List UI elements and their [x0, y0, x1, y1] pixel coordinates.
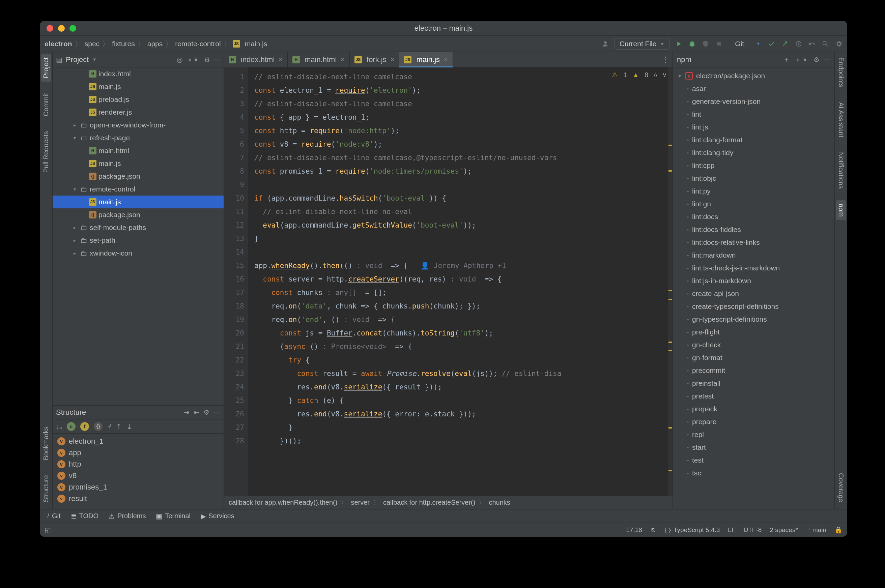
- editor-tab[interactable]: JSfork.js×: [350, 52, 399, 67]
- gear-icon[interactable]: ⚙: [813, 56, 820, 64]
- search-everywhere-button[interactable]: [821, 39, 830, 48]
- editor-tab[interactable]: Hindex.html×: [224, 52, 288, 67]
- tree-row[interactable]: JSmain.js: [53, 80, 224, 93]
- structure-item[interactable]: vapp: [57, 447, 219, 459]
- npm-script-item[interactable]: ◦generate-version-json: [673, 95, 834, 108]
- tree-row[interactable]: ▾🗀refresh-page: [53, 132, 224, 144]
- npm-script-item[interactable]: ◦lint:clang-format: [673, 134, 834, 146]
- coverage-button[interactable]: [701, 39, 710, 48]
- tree-row[interactable]: {}package.json: [53, 208, 224, 221]
- npm-script-item[interactable]: ◦repl: [673, 428, 834, 441]
- tab-ai-assistant[interactable]: AI Assistant: [836, 99, 846, 141]
- npm-script-item[interactable]: ◦tsc: [673, 466, 834, 479]
- npm-script-item[interactable]: ◦prepare: [673, 416, 834, 428]
- npm-script-item[interactable]: ◦lint:clang-tidy: [673, 146, 834, 159]
- gear-icon[interactable]: ⚙: [203, 408, 209, 416]
- tab-npm[interactable]: npm: [836, 200, 846, 220]
- minimize-window-button[interactable]: [58, 25, 65, 32]
- debug-button[interactable]: [688, 39, 696, 48]
- crumb-fixtures[interactable]: fixtures: [111, 40, 135, 48]
- npm-script-item[interactable]: ◦create-typescript-definitions: [673, 300, 834, 313]
- expand-all-icon[interactable]: ⇥: [186, 56, 192, 64]
- tree-row[interactable]: JSrenderer.js: [53, 106, 224, 118]
- git-branch[interactable]: ⑂main: [806, 526, 826, 534]
- caret-position[interactable]: 17:18: [626, 526, 643, 534]
- npm-script-item[interactable]: ◦lint:js: [673, 121, 834, 134]
- npm-script-item[interactable]: ◦start: [673, 441, 834, 454]
- npm-scripts-tree[interactable]: ▼ n electron/package.json ◦asar◦generate…: [673, 68, 834, 509]
- npm-script-item[interactable]: ◦lint: [673, 108, 834, 121]
- tree-row[interactable]: JSmain.js: [53, 157, 224, 170]
- filter-class-icon[interactable]: c: [67, 422, 75, 431]
- npm-script-item[interactable]: ◦gn-check: [673, 339, 834, 351]
- error-stripe[interactable]: [668, 68, 673, 496]
- npm-script-item[interactable]: ◦lint:js-in-markdown: [673, 274, 834, 287]
- tw-terminal[interactable]: ▣Terminal: [156, 512, 191, 520]
- npm-script-item[interactable]: ◦test: [673, 454, 834, 466]
- code-breadcrumbs[interactable]: callback for app.whenReady().then() 〉 se…: [224, 496, 673, 509]
- tab-notifications[interactable]: Notifications: [836, 148, 846, 192]
- tab-structure[interactable]: Structure: [41, 472, 51, 506]
- npm-script-item[interactable]: ◦lint:objc: [673, 172, 834, 185]
- stop-button[interactable]: [715, 39, 723, 48]
- structure-item[interactable]: vpromises_1: [57, 482, 219, 493]
- code-crumb[interactable]: server: [351, 499, 370, 506]
- npm-script-item[interactable]: ◦pre-flight: [673, 326, 834, 339]
- structure-list[interactable]: velectron_1vappvhttpvv8vpromises_1vresul…: [53, 434, 224, 509]
- code-content[interactable]: // eslint-disable-next-line camelcase co…: [248, 68, 673, 496]
- expand-all-icon[interactable]: ⇥: [184, 408, 189, 416]
- tw-todo[interactable]: ≣TODO: [71, 512, 99, 520]
- prev-highlight-button[interactable]: ᐱ: [654, 72, 657, 78]
- structure-item[interactable]: vresult: [57, 493, 219, 504]
- tree-row[interactable]: ▸🗀self-module-paths: [53, 221, 224, 234]
- npm-script-item[interactable]: ◦lint:docs-relative-links: [673, 236, 834, 249]
- expand-all-icon[interactable]: ⇥: [794, 56, 800, 64]
- npm-script-item[interactable]: ◦lint:docs-fiddles: [673, 223, 834, 236]
- npm-script-item[interactable]: ◦prepack: [673, 403, 834, 416]
- close-tab-button[interactable]: ×: [391, 56, 395, 63]
- tree-row[interactable]: {}package.json: [53, 170, 224, 183]
- hide-icon[interactable]: —: [823, 56, 830, 63]
- settings-button[interactable]: [834, 39, 843, 48]
- tree-row[interactable]: Hindex.html: [53, 68, 224, 80]
- run-button[interactable]: [674, 39, 683, 48]
- code-crumb[interactable]: callback for http.createServer(): [383, 499, 475, 506]
- tw-git[interactable]: ⑂Git: [45, 512, 61, 520]
- autoscroll-from-icon[interactable]: ⤓: [126, 423, 132, 430]
- add-icon[interactable]: ＋: [783, 55, 790, 64]
- git-update-button[interactable]: [753, 39, 762, 48]
- tw-problems[interactable]: ⚠Problems: [108, 512, 146, 520]
- indent-settings[interactable]: 2 spaces*: [770, 526, 798, 534]
- tree-row[interactable]: ▸🗀open-new-window-from-: [53, 118, 224, 132]
- code-crumb[interactable]: chunks: [489, 499, 510, 506]
- history-button[interactable]: [794, 39, 803, 48]
- structure-item[interactable]: velectron_1: [57, 436, 219, 447]
- npm-script-item[interactable]: ◦create-api-json: [673, 287, 834, 300]
- npm-script-item[interactable]: ◦lint:gn: [673, 198, 834, 210]
- structure-item[interactable]: vhttp: [57, 459, 219, 470]
- tree-row[interactable]: Hmain.html: [53, 144, 224, 157]
- crumb-apps[interactable]: apps: [147, 40, 164, 48]
- rollback-button[interactable]: [807, 39, 816, 48]
- collapse-all-icon[interactable]: ⇤: [804, 56, 810, 64]
- tab-bookmarks[interactable]: Bookmarks: [41, 423, 51, 464]
- tab-pull-requests[interactable]: Pull Requests: [41, 128, 51, 176]
- crumb-mainjs[interactable]: main.js: [244, 40, 268, 48]
- npm-script-item[interactable]: ◦gn-typescript-definitions: [673, 313, 834, 326]
- file-encoding[interactable]: UTF-8: [744, 526, 762, 534]
- locate-icon[interactable]: ◎: [177, 56, 182, 64]
- npm-script-item[interactable]: ◦lint:ts-check-js-in-markdown: [673, 262, 834, 274]
- tree-row[interactable]: JSpreload.js: [53, 93, 224, 106]
- close-window-button[interactable]: [47, 25, 53, 32]
- autoscroll-source-icon[interactable]: ⤒: [116, 423, 122, 430]
- line-number-gutter[interactable]: 1234567891011121314151617181920212223242…: [224, 68, 248, 496]
- tree-row[interactable]: ▸🗀xwindow-icon: [53, 247, 224, 260]
- hide-icon[interactable]: —: [213, 56, 220, 63]
- filter-icon[interactable]: ⑂: [107, 423, 111, 430]
- git-commit-button[interactable]: [767, 39, 776, 48]
- next-highlight-button[interactable]: ᐯ: [663, 72, 666, 78]
- npm-script-item[interactable]: ◦preinstall: [673, 377, 834, 390]
- sort-icon[interactable]: ↓ₐ: [56, 423, 62, 430]
- collapse-all-icon[interactable]: ⇤: [195, 56, 201, 64]
- npm-script-item[interactable]: ◦gn-format: [673, 351, 834, 364]
